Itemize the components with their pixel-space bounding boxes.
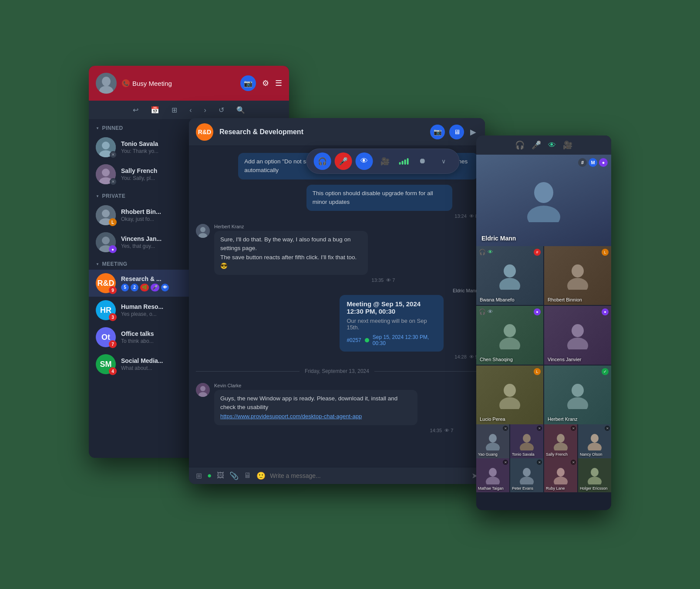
contact-avatar-rhobert: L — [96, 205, 116, 225]
signal-bar-3 — [404, 159, 406, 165]
lucio-badge: L — [534, 368, 541, 375]
main-badge-m: M — [589, 158, 597, 167]
emoji-status-icon[interactable]: ● — [207, 471, 212, 480]
chat-messages: Add an option "Do not show this message … — [189, 146, 485, 467]
toolbar-refresh-icon[interactable]: ↩ — [131, 104, 140, 116]
video-header-eye[interactable]: 👁 — [548, 141, 556, 150]
video-cell-chen: 🎧 👁 ● Chen Shaoqing — [476, 306, 543, 365]
chat-more-btn[interactable]: ▶ — [468, 125, 478, 139]
vincens-name: Vincens Janvier — [548, 357, 581, 362]
main-video-bg — [476, 155, 611, 246]
chat-screen-btn[interactable]: 🖥 — [449, 125, 464, 139]
badge-hr: 3 — [109, 313, 117, 321]
thumb-tonio-name: Tonio Savala — [512, 452, 535, 457]
video-header-mic[interactable]: 🎤 — [532, 140, 541, 150]
chat-header: R&D Research & Development 📷 🖥 ▶ — [189, 118, 485, 146]
message-4-meta: 14:28 👁 9 — [340, 354, 478, 359]
svg-point-30 — [567, 338, 588, 349]
thumb-nancy: Nancy Olson ✕ — [578, 424, 611, 458]
thumb-yao: Yao Guang ✕ — [476, 424, 509, 458]
toolbar-next-icon[interactable]: › — [202, 105, 208, 116]
bwana-headphone-icon: 🎧 — [479, 249, 486, 255]
header-actions: 📷 ⚙ ☰ — [240, 75, 282, 91]
toolbar-undo-icon[interactable]: ↺ — [217, 104, 226, 116]
message-2-text: This option should disable upgrade form … — [313, 190, 433, 205]
svg-point-23 — [504, 264, 516, 278]
svg-point-44 — [486, 477, 500, 484]
lucio-name: Lucio Perea — [480, 416, 505, 422]
video-cell-vincens: ● Vincens Janvier — [544, 306, 611, 365]
toolbar-calendar-icon[interactable]: 📅 — [149, 104, 161, 116]
thumb-holger-name: Holger Ericsson — [580, 486, 608, 491]
message-3-content: Herbert Kranz Sure, I'll do that. By the… — [214, 224, 395, 283]
video-button[interactable]: 🎥 — [377, 152, 394, 170]
settings-icon[interactable]: ⚙ — [262, 78, 269, 88]
svg-point-31 — [504, 384, 516, 397]
menu-icon[interactable]: ☰ — [275, 78, 282, 88]
toolbar-grid-icon[interactable]: ⊞ — [170, 104, 179, 116]
svg-point-25 — [572, 264, 584, 278]
chen-headphone-icon: 🎧 — [479, 308, 486, 315]
toolbar-prev-icon[interactable]: ‹ — [188, 105, 193, 116]
sender-avatar-kevin — [196, 383, 210, 397]
thumb-mathae-x: ✕ — [503, 460, 508, 465]
svg-point-43 — [489, 468, 497, 477]
camera-button[interactable]: 📷 — [240, 75, 256, 91]
sender-avatar-herbert — [196, 224, 210, 238]
contact-avatar-sally: ✕ — [96, 164, 116, 184]
rhobert-badge: L — [602, 249, 609, 256]
message-2-meta: 13:24 👁 8 — [306, 213, 478, 219]
chat-avatar: R&D — [196, 123, 213, 141]
format-icon[interactable]: ⊞ — [196, 471, 202, 481]
chen-name: Chen Shaoqing — [480, 357, 513, 362]
meeting-link-id: #0257 — [347, 337, 361, 343]
close-badge-tonio: ✕ — [110, 151, 117, 158]
svg-point-35 — [489, 434, 497, 443]
date-separator-text: Friday, September 13, 2024 — [305, 368, 369, 374]
main-badge-dot: ● — [599, 158, 608, 167]
chat-input-row: ⊞ ● 🖼 📎 🖥 🙂 ➤ — [189, 467, 485, 484]
chat-video-btn[interactable]: 📷 — [430, 125, 445, 139]
svg-point-40 — [554, 443, 568, 450]
message-3-row: Herbert Kranz Sure, I'll do that. By the… — [196, 224, 478, 283]
thumb-nancy-name: Nancy Olson — [580, 452, 602, 457]
video-header-headphone[interactable]: 🎧 — [515, 140, 525, 150]
attach-icon[interactable]: 🖼 — [217, 471, 224, 480]
thumb-sally-name: Sally French — [546, 452, 568, 457]
contact-avatar-tonio: ✕ — [96, 137, 116, 157]
call-toolbar: 🎧 🎤 👁 🎥 ⏺ ∨ — [306, 149, 460, 174]
message-input[interactable] — [270, 472, 467, 479]
meeting-link[interactable]: #0257 Sep 15, 2024 12:30 PM, 00:30 — [347, 334, 436, 346]
signal-bar-4 — [407, 158, 409, 165]
headphone-button[interactable]: 🎧 — [314, 152, 331, 170]
thumb-ruby-name: Ruby Lane — [546, 486, 565, 491]
signal-bar-2 — [402, 161, 404, 165]
video-cell-bwana: 🎧 👁 # Bwana Mbanefo — [476, 246, 543, 305]
message-3-time: 13:35 — [372, 278, 384, 283]
toolbar-search-icon[interactable]: 🔍 — [235, 104, 247, 116]
message-5-link[interactable]: https://www.providesupport.com/desktop-c… — [220, 413, 362, 420]
video-header-video[interactable]: 🎥 — [563, 140, 572, 150]
user-avatar — [96, 73, 117, 94]
mic-button[interactable]: 🎤 — [335, 152, 352, 170]
svg-point-16 — [200, 227, 205, 232]
message-4-meeting: Meeting @ Sep 15, 2024 12:30 PM, 00:30 O… — [340, 295, 443, 352]
eye-button[interactable]: 👁 — [356, 152, 373, 170]
contact-avatar-ot: Ot 7 — [96, 327, 116, 347]
date-separator: Friday, September 13, 2024 — [196, 368, 478, 374]
chat-title: Research & Development — [219, 128, 424, 136]
clip-icon[interactable]: 📎 — [229, 471, 239, 481]
expand-button[interactable]: ∨ — [435, 152, 452, 170]
emoji-icon[interactable]: 🙂 — [256, 471, 266, 481]
herbert-badge: ✓ — [602, 368, 609, 375]
chat-window: R&D Research & Development 📷 🖥 ▶ 🎧 🎤 👁 🎥… — [189, 118, 485, 484]
svg-point-27 — [504, 324, 516, 337]
record-button[interactable]: ⏺ — [414, 152, 431, 170]
bottom-row-2: Mathae Taigan ✕ Peter Evans ✕ Ruby Lane … — [476, 458, 611, 492]
thumb-mathae: Mathae Taigan ✕ — [476, 458, 509, 492]
screen-icon[interactable]: 🖥 — [244, 471, 251, 480]
svg-point-42 — [588, 443, 602, 450]
video-grid: 🎧 👁 # Bwana Mbanefo L Rhobert Binnion 🎧 — [476, 246, 611, 424]
thumb-mathae-name: Mathae Taigan — [478, 486, 504, 491]
video-window: 🎧 🎤 👁 🎥 Eldric Mann # M ● — [476, 135, 611, 510]
